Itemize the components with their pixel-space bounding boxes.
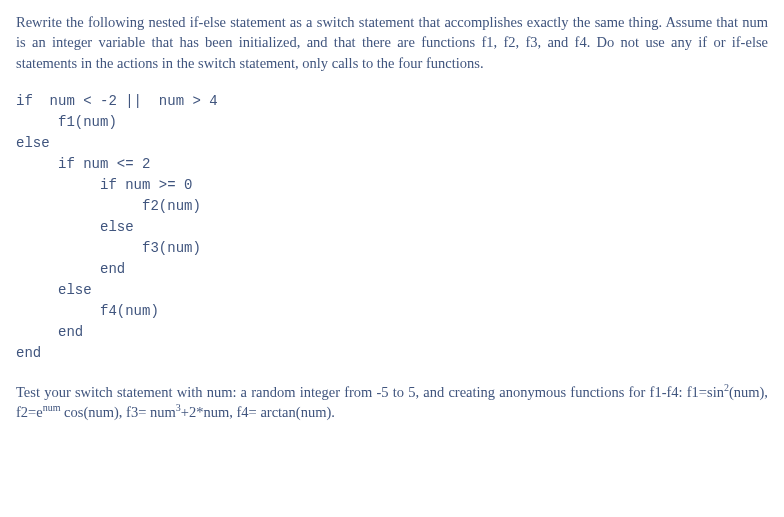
code-line: f4(num) bbox=[16, 303, 159, 319]
code-line: if num <= 2 bbox=[16, 156, 150, 172]
code-line: f3(num) bbox=[16, 240, 201, 256]
code-line: f2(num) bbox=[16, 198, 201, 214]
problem-statement: Rewrite the following nested if-else sta… bbox=[16, 12, 768, 73]
code-line: end bbox=[16, 345, 41, 361]
code-block: if num < -2 || num > 4 f1(num) else if n… bbox=[16, 91, 768, 364]
code-line: else bbox=[16, 282, 92, 298]
problem-statement-text: Rewrite the following nested if-else sta… bbox=[16, 14, 768, 71]
test-text-mid2: cos(num), f3= num bbox=[60, 404, 175, 420]
code-line: if num < -2 || num > 4 bbox=[16, 93, 218, 109]
test-instruction: Test your switch statement with num: a r… bbox=[16, 382, 768, 423]
code-line: if num >= 0 bbox=[16, 177, 192, 193]
test-text-prefix: Test your switch statement with num: a r… bbox=[16, 384, 724, 400]
superscript-num: num bbox=[43, 402, 61, 413]
code-line: f1(num) bbox=[16, 114, 117, 130]
code-line: end bbox=[16, 324, 83, 340]
code-line: end bbox=[16, 261, 125, 277]
code-line: else bbox=[16, 135, 50, 151]
test-text-suffix: +2*num, f4= arctan(num). bbox=[181, 404, 335, 420]
code-line: else bbox=[16, 219, 134, 235]
